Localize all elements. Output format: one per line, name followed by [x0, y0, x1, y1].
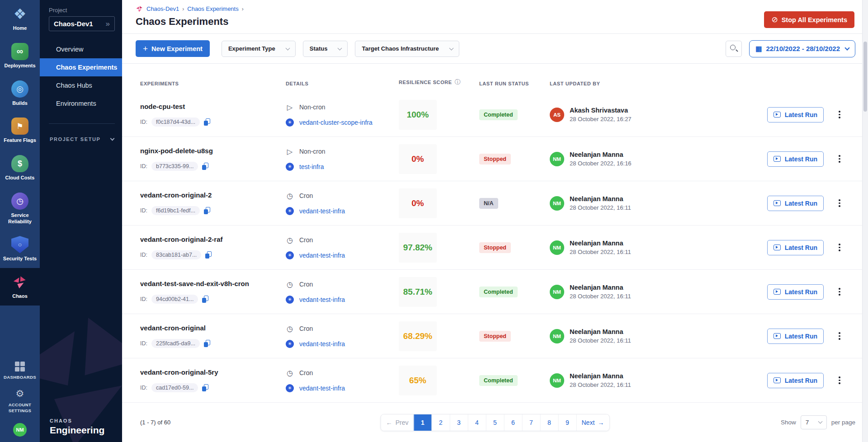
- kebab-menu-icon[interactable]: [836, 374, 843, 387]
- schedule-type: Cron: [299, 236, 313, 244]
- project-selector[interactable]: Chaos-Dev1 »: [49, 16, 115, 31]
- rail-item-label: Chaos: [12, 293, 28, 300]
- kebab-menu-icon[interactable]: [836, 329, 843, 343]
- experiment-id: 83cab181-ab7...: [151, 250, 201, 259]
- filter-status[interactable]: Status: [303, 41, 348, 57]
- latest-run-button[interactable]: Latest Run: [767, 240, 824, 255]
- pagination-page-1[interactable]: 1: [414, 414, 432, 431]
- stop-icon: ⊘: [771, 15, 778, 24]
- status-cell: Completed: [479, 109, 550, 120]
- copy-icon[interactable]: [204, 207, 210, 214]
- pagination-prev[interactable]: ←Prev: [381, 414, 414, 431]
- copy-icon[interactable]: [202, 384, 208, 391]
- latest-run-button[interactable]: Latest Run: [767, 196, 824, 211]
- latest-run-button[interactable]: Latest Run: [767, 107, 824, 122]
- infrastructure-link[interactable]: test-infra: [299, 163, 324, 170]
- pagination-page-2[interactable]: 2: [432, 414, 450, 431]
- updated-by-cell: NM Neelanjan Manna 28 October 2022, 16:1…: [550, 284, 756, 300]
- experiment-id-line: ID: f0c187d4-43d...: [140, 118, 286, 127]
- breadcrumb-link-experiments[interactable]: Chaos Experiments: [187, 5, 238, 12]
- details-cell: ▷ Non-cron ✳ test-infra: [286, 147, 399, 171]
- kebab-menu-icon[interactable]: [836, 152, 843, 165]
- updated-by-cell: NM Neelanjan Manna 28 October 2022, 16:1…: [550, 328, 756, 344]
- kebab-menu-icon[interactable]: [836, 285, 843, 298]
- infrastructure-link[interactable]: vedant-test-infra: [299, 385, 345, 392]
- latest-run-label: Latest Run: [785, 377, 817, 384]
- score-cell: 65%: [399, 366, 479, 395]
- breadcrumb-link-project[interactable]: Chaos-Dev1: [146, 5, 179, 12]
- column-header-resilience-score: RESILIENCE SCOREⓘ: [399, 78, 479, 86]
- score-cell: 0%: [399, 144, 479, 174]
- rail-item-service-reliability[interactable]: ◷Service Reliability: [0, 187, 40, 231]
- pagination-page-3[interactable]: 3: [450, 414, 468, 431]
- latest-run-label: Latest Run: [785, 155, 817, 163]
- pagination-page-6[interactable]: 6: [504, 414, 522, 431]
- pagination-page-4[interactable]: 4: [468, 414, 486, 431]
- status-badge: Completed: [479, 375, 518, 386]
- table-header: EXPERIMENTSDETAILSRESILIENCE SCOREⓘLAST …: [122, 64, 868, 93]
- copy-icon[interactable]: [204, 118, 210, 126]
- copy-icon[interactable]: [205, 251, 212, 259]
- scrollbar-thumb[interactable]: [863, 42, 867, 112]
- infrastructure-link[interactable]: vedant-cluster-scope-infra: [299, 119, 373, 126]
- rail-item-feature-flags[interactable]: ⚑Feature Flags: [0, 112, 40, 150]
- infrastructure-link[interactable]: vedant-test-infra: [299, 296, 345, 303]
- infrastructure-link[interactable]: vedant-test-infra: [299, 207, 345, 215]
- latest-run-icon: [774, 333, 781, 339]
- stop-all-experiments-button[interactable]: ⊘ Stop All Experiments: [764, 11, 854, 28]
- user-name: Neelanjan Manna: [570, 284, 631, 291]
- latest-run-button[interactable]: Latest Run: [767, 151, 824, 167]
- rail-item-cloud-costs[interactable]: $Cloud Costs: [0, 150, 40, 187]
- infrastructure-link[interactable]: vedant-test-infra: [299, 252, 345, 259]
- sidebar-item-chaos-hubs[interactable]: Chaos Hubs: [40, 76, 122, 94]
- copy-icon[interactable]: [202, 163, 208, 170]
- search-button[interactable]: [726, 41, 742, 57]
- sidebar-item-overview[interactable]: Overview: [40, 40, 122, 58]
- pagination-page-8[interactable]: 8: [540, 414, 558, 431]
- sidebar-item-project-setup[interactable]: PROJECT SETUP: [50, 136, 114, 142]
- rail-item-label: Service Reliability: [1, 212, 39, 225]
- experiment-cell: vedant-test-save-nd-exit-v8h-cron ID: 94…: [140, 280, 286, 304]
- user-avatar[interactable]: NM: [13, 423, 27, 437]
- latest-run-label: Latest Run: [785, 288, 817, 296]
- pagination-next[interactable]: Next→: [576, 414, 609, 431]
- latest-run-button[interactable]: Latest Run: [767, 373, 824, 388]
- score-cell: 97.82%: [399, 233, 479, 263]
- latest-run-button[interactable]: Latest Run: [767, 284, 824, 300]
- pagination-page-5[interactable]: 5: [486, 414, 504, 431]
- resilience-score: 0%: [399, 188, 437, 218]
- copy-icon[interactable]: [204, 340, 210, 347]
- experiments-table: node-cpu-test ID: f0c187d4-43d... ▷ Non-…: [122, 93, 868, 403]
- rail-item-chaos[interactable]: Chaos: [0, 268, 40, 306]
- resilience-score: 100%: [399, 100, 437, 130]
- breadcrumb-separator: ›: [182, 6, 184, 12]
- kebab-menu-icon[interactable]: [836, 241, 843, 254]
- sidebar-item-chaos-experiments[interactable]: Chaos Experiments: [40, 58, 122, 76]
- collapse-icon[interactable]: »: [106, 20, 110, 28]
- date-range-picker[interactable]: ▦ 22/10/2022 - 28/10/2022: [749, 40, 855, 57]
- pagination-page-9[interactable]: 9: [558, 414, 576, 431]
- infrastructure-link[interactable]: vedant-test-infra: [299, 340, 345, 348]
- module-rail: ❖Home∞Deployments◎Builds⚑Feature Flags$C…: [0, 0, 40, 442]
- kebab-menu-icon[interactable]: [836, 197, 843, 210]
- user-avatar: AS: [550, 108, 564, 122]
- filter-target-chaos-infrastructure[interactable]: Target Chaos Infrastructure: [355, 41, 459, 57]
- status-cell: Completed: [479, 287, 550, 297]
- rail-item-security-tests[interactable]: ○Security Tests: [0, 230, 40, 268]
- rail-item-account-settings[interactable]: ⚙ ACCOUNT SETTINGS: [0, 388, 40, 414]
- rail-item-home[interactable]: ❖Home: [0, 0, 40, 38]
- rail-item-dashboards[interactable]: DASHBOARDS: [4, 362, 36, 381]
- latest-run-button[interactable]: Latest Run: [767, 329, 824, 344]
- rail-item-builds[interactable]: ◎Builds: [0, 75, 40, 113]
- filter-experiment-type[interactable]: Experiment Type: [222, 41, 296, 57]
- experiment-cell: nginx-pod-delete-u8sg ID: b773c335-99...: [140, 147, 286, 171]
- rail-item-label: Cloud Costs: [5, 175, 35, 181]
- vertical-scrollbar[interactable]: [862, 0, 868, 442]
- kebab-menu-icon[interactable]: [836, 108, 843, 121]
- rail-item-deployments[interactable]: ∞Deployments: [0, 38, 40, 75]
- page-size-select[interactable]: 7: [801, 415, 827, 429]
- pagination-page-7[interactable]: 7: [522, 414, 540, 431]
- new-experiment-button[interactable]: + New Experiment: [136, 40, 210, 57]
- copy-icon[interactable]: [202, 296, 208, 303]
- sidebar-item-environments[interactable]: Environments: [40, 94, 122, 113]
